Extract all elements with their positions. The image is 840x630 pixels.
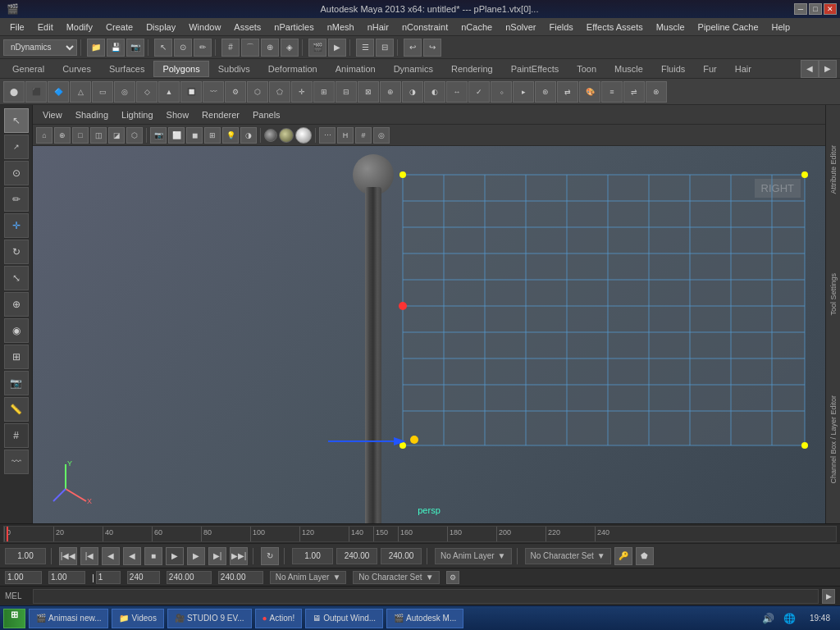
transport-go-end[interactable]: ▶▶|: [230, 547, 248, 565]
menu-file[interactable]: File: [3, 21, 31, 34]
tab-curves[interactable]: Curves: [53, 61, 100, 77]
status-char-set[interactable]: No Character Set ▼: [353, 571, 439, 584]
tool-show-manip[interactable]: ⊞: [4, 345, 29, 369]
current-frame-input[interactable]: 1.00: [5, 548, 46, 564]
vp-menu-show[interactable]: Show: [162, 108, 194, 121]
shelf-icon-transfer[interactable]: ↔: [446, 81, 468, 103]
toolbar-snap-grid[interactable]: #: [221, 39, 240, 57]
toolbar-btn-2[interactable]: 💾: [107, 39, 125, 57]
toolbar-paint-tool[interactable]: ✏: [194, 39, 212, 57]
vp-btn-lights[interactable]: 💡: [222, 127, 239, 144]
shelf-icon-extract[interactable]: ⊠: [358, 81, 379, 103]
vp-btn-view-top[interactable]: ◪: [108, 127, 125, 144]
tab-arrow-left[interactable]: ◀: [801, 60, 819, 78]
transport-next-key[interactable]: ▶|: [208, 547, 226, 565]
status-field-3[interactable]: [96, 571, 121, 584]
tool-measure[interactable]: 📏: [4, 397, 29, 422]
shelf-icon-transform[interactable]: ✛: [291, 81, 313, 103]
shelf-icon-merge[interactable]: ⊗: [646, 81, 667, 103]
menu-display[interactable]: Display: [139, 21, 182, 34]
timeline-playhead[interactable]: [7, 527, 8, 541]
shelf-icon-pipe[interactable]: 🔲: [180, 81, 202, 103]
shelf-icon-average[interactable]: ◐: [424, 81, 445, 103]
menu-window[interactable]: Window: [182, 21, 227, 34]
shelf-icon-cube[interactable]: ⬛: [25, 81, 47, 103]
transport-stop[interactable]: ■: [144, 547, 162, 565]
menu-assets[interactable]: Assets: [227, 21, 267, 34]
tab-fur[interactable]: Fur: [694, 61, 726, 77]
menu-nparticles[interactable]: nParticles: [267, 21, 320, 34]
transport-key-all[interactable]: 🔑: [614, 547, 632, 565]
vp-btn-view-persp[interactable]: ⬡: [126, 127, 143, 144]
right-panel-channel-box[interactable]: Channel Box / Layer Editor: [828, 392, 839, 487]
vp-menu-renderer[interactable]: Renderer: [197, 108, 244, 121]
menu-edit[interactable]: Edit: [31, 21, 60, 34]
status-key-btn[interactable]: ⚙: [446, 571, 459, 584]
transport-play-fwd[interactable]: ▶: [166, 547, 184, 565]
shelf-icon-reduce[interactable]: ▸: [513, 81, 534, 103]
mel-run-btn[interactable]: ▶: [822, 589, 835, 604]
shelf-icon-crease[interactable]: ≡: [601, 81, 623, 103]
toolbar-btn-3[interactable]: 📷: [126, 39, 144, 57]
toolbar-snap-curve[interactable]: ⌒: [241, 39, 259, 57]
shelf-icon-mirror[interactable]: ⇌: [623, 81, 645, 103]
vp-btn-light-quality-3[interactable]: [295, 127, 312, 144]
shelf-icon-cleanup[interactable]: ✓: [468, 81, 490, 103]
start-frame-input[interactable]: 1.00: [292, 548, 333, 564]
menu-create[interactable]: Create: [99, 21, 139, 34]
menu-help[interactable]: Help: [765, 21, 797, 34]
vp-btn-view-front[interactable]: □: [72, 127, 89, 144]
toolbar-lasso-tool[interactable]: ⊙: [174, 39, 192, 57]
timeline-ruler[interactable]: 0 20 40 60 80 100 120 140 150 160 180 20…: [3, 526, 837, 542]
transport-loop[interactable]: ↻: [261, 547, 279, 565]
vp-btn-textured[interactable]: ⊞: [204, 127, 221, 144]
tool-camera[interactable]: 📷: [4, 371, 29, 395]
shelf-icon-convert-sel[interactable]: ⇄: [557, 81, 578, 103]
current-time-input[interactable]: 240.00: [381, 548, 422, 564]
menu-muscle[interactable]: Muscle: [650, 21, 692, 34]
vp-menu-lighting[interactable]: Lighting: [116, 108, 158, 121]
shelf-icon-helix[interactable]: 〰: [203, 81, 224, 103]
status-field-6[interactable]: [218, 571, 263, 584]
tool-scale[interactable]: ⤡: [4, 266, 29, 290]
taskbar-action[interactable]: ● Action!: [255, 609, 303, 628]
vp-btn-isolate[interactable]: ◎: [373, 127, 390, 144]
vp-btn-camera[interactable]: 📷: [150, 127, 167, 144]
taskbar-network-icon[interactable]: 🌐: [782, 610, 798, 627]
shelf-icon-fill[interactable]: ⬦: [491, 81, 512, 103]
menu-modify[interactable]: Modify: [60, 21, 99, 34]
menu-nhair[interactable]: nHair: [361, 21, 395, 34]
vp-btn-view-side[interactable]: ◫: [90, 127, 107, 144]
shelf-icon-platonic[interactable]: ⬠: [269, 81, 290, 103]
toolbar-redo[interactable]: ↪: [423, 39, 441, 57]
toolbar-render[interactable]: 🎬: [308, 39, 326, 57]
tool-soft-mod[interactable]: ◉: [4, 318, 29, 343]
tab-fluids[interactable]: Fluids: [652, 61, 694, 77]
tool-rotate[interactable]: ↻: [4, 240, 29, 264]
tool-grid[interactable]: #: [4, 423, 29, 448]
status-field-2[interactable]: [48, 571, 85, 584]
maximize-button[interactable]: □: [809, 3, 822, 15]
mel-input[interactable]: [33, 589, 819, 604]
vp-menu-view[interactable]: View: [38, 108, 67, 121]
end-frame-input[interactable]: 240.00: [336, 548, 377, 564]
tab-subdivs[interactable]: Subdivs: [209, 61, 259, 77]
transport-next-frame[interactable]: ▶: [187, 547, 205, 565]
tab-rendering[interactable]: Rendering: [442, 61, 502, 77]
tool-universal[interactable]: ⊕: [4, 292, 29, 317]
vp-btn-light-quality-1[interactable]: [264, 129, 277, 142]
shelf-icon-soccer[interactable]: ⬡: [247, 81, 268, 103]
shelf-icon-pyramid[interactable]: ▲: [158, 81, 180, 103]
vp-btn-wireframe[interactable]: ⬜: [168, 127, 185, 144]
anim-layer-dropdown[interactable]: No Anim Layer ▼: [435, 548, 512, 564]
vp-btn-more[interactable]: ⋯: [319, 127, 336, 144]
right-panel-tool-settings[interactable]: Tool Settings: [828, 270, 839, 319]
tab-hair[interactable]: Hair: [726, 61, 760, 77]
toolbar-ipr[interactable]: ▶: [328, 39, 346, 57]
transport-prev-key[interactable]: |◀: [80, 547, 98, 565]
vp-btn-zoom-in[interactable]: ⊕: [54, 127, 71, 144]
shelf-icon-prism[interactable]: ◇: [136, 81, 158, 103]
taskbar-videos[interactable]: 📁 Videos: [112, 609, 163, 628]
toolbar-history[interactable]: ↩: [404, 39, 422, 57]
char-set-dropdown[interactable]: No Character Set ▼: [525, 548, 611, 564]
